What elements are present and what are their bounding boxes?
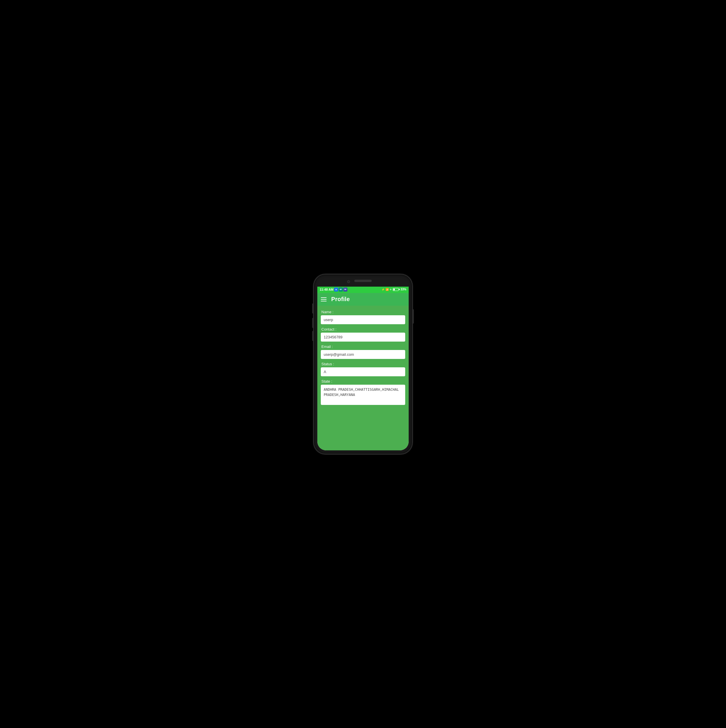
battery-percent: 33% bbox=[401, 288, 406, 291]
hamburger-line-3 bbox=[321, 301, 326, 301]
input-state[interactable] bbox=[321, 385, 405, 405]
field-group-state: State : bbox=[321, 378, 405, 406]
hamburger-menu-button[interactable] bbox=[321, 297, 326, 301]
phone-notch bbox=[317, 278, 409, 287]
input-status[interactable] bbox=[321, 367, 405, 376]
signal-icon: ⚡ bbox=[381, 288, 385, 291]
notif-icon-indigo: M bbox=[343, 288, 348, 292]
field-group-contact: Contact : bbox=[321, 326, 405, 342]
label-status: Status : bbox=[321, 361, 405, 367]
input-name[interactable] bbox=[321, 315, 405, 324]
phone-screen: 11:48 AM ▲ M M ⚡ 📶 ✈ bbox=[317, 286, 409, 450]
wifi-icon: 📶 bbox=[386, 288, 389, 291]
notif-icon-blue: ▲ bbox=[334, 288, 338, 292]
app-header: Profile bbox=[317, 293, 409, 306]
input-contact[interactable] bbox=[321, 333, 405, 342]
front-camera bbox=[347, 280, 350, 283]
status-system-icons: ⚡ 📶 ✈ 33% bbox=[381, 288, 406, 291]
status-time: 11:48 AM bbox=[320, 288, 334, 291]
label-state: State : bbox=[321, 378, 405, 385]
hamburger-line-1 bbox=[321, 297, 326, 298]
battery-icon bbox=[393, 288, 400, 291]
airplane-icon: ✈ bbox=[390, 288, 392, 291]
label-name: Name : bbox=[321, 309, 405, 315]
label-contact: Contact : bbox=[321, 326, 405, 333]
status-bar: 11:48 AM ▲ M M ⚡ 📶 ✈ bbox=[317, 286, 409, 293]
phone-device: 11:48 AM ▲ M M ⚡ 📶 ✈ bbox=[314, 274, 412, 454]
field-group-name: Name : bbox=[321, 309, 405, 324]
field-group-status: Status : bbox=[321, 361, 405, 376]
notif-icon-teal: M bbox=[339, 288, 343, 292]
profile-content: Name :Contact :Email :Status :State : bbox=[317, 306, 409, 450]
field-group-email: Email : bbox=[321, 343, 405, 359]
hamburger-line-2 bbox=[321, 299, 326, 300]
phone-inner: 11:48 AM ▲ M M ⚡ 📶 ✈ bbox=[317, 278, 409, 450]
phone-speaker bbox=[354, 280, 372, 282]
page-title: Profile bbox=[331, 296, 350, 303]
input-email[interactable] bbox=[321, 350, 405, 359]
status-notif-area: 11:48 AM ▲ M M bbox=[320, 288, 348, 292]
label-email: Email : bbox=[321, 343, 405, 350]
